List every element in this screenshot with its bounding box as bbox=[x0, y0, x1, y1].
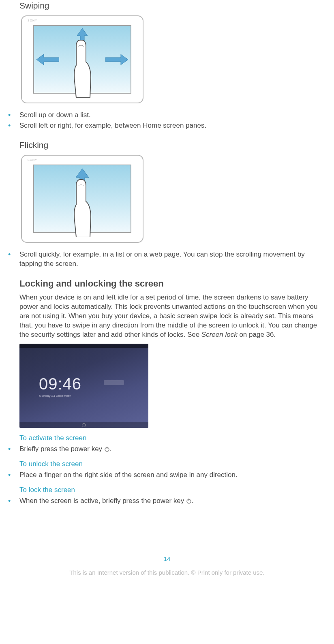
lock-clock-time: 09:46 bbox=[39, 373, 81, 395]
activate-heading: To activate the screen bbox=[19, 434, 326, 443]
flicking-illustration: SONY bbox=[19, 153, 326, 244]
bullet-text-post: . bbox=[110, 445, 112, 453]
swiping-bullet-2: • Scroll left or right, for example, bet… bbox=[8, 121, 326, 131]
finger-icon bbox=[72, 176, 92, 237]
bullet-text: Place a finger on the right side of the … bbox=[19, 471, 326, 480]
tablet-brand-label: SONY bbox=[28, 19, 37, 22]
flicking-bullet-1: • Scroll quickly, for example, in a list… bbox=[8, 250, 326, 269]
bullet-icon: • bbox=[8, 121, 19, 131]
arrow-left-icon bbox=[36, 54, 59, 65]
flicking-heading: Flicking bbox=[19, 139, 326, 151]
tablet-brand-label: SONY bbox=[28, 158, 37, 162]
swiping-heading: Swiping bbox=[19, 0, 326, 11]
unlock-bullet: • Place a finger on the right side of th… bbox=[8, 471, 326, 480]
bullet-text-post: . bbox=[192, 497, 194, 505]
lock-bullet: • When the screen is active, briefly pre… bbox=[8, 496, 326, 506]
bullet-text: Scroll left or right, for example, betwe… bbox=[19, 121, 326, 131]
bullet-icon: • bbox=[8, 111, 19, 120]
bullet-text: Briefly press the power key . bbox=[19, 445, 326, 454]
bullet-text: When the screen is active, briefly press… bbox=[19, 496, 326, 506]
bullet-text-pre: Briefly press the power key bbox=[19, 445, 104, 453]
activate-bullet: • Briefly press the power key . bbox=[8, 445, 326, 454]
finger-icon bbox=[72, 37, 92, 98]
power-icon bbox=[104, 446, 110, 452]
unlock-heading: To unlock the screen bbox=[19, 460, 326, 469]
bullet-icon: • bbox=[8, 445, 19, 454]
bullet-text-pre: When the screen is active, briefly press… bbox=[19, 497, 186, 505]
bullet-icon: • bbox=[8, 471, 19, 480]
bullet-text: Scroll up or down a list. bbox=[19, 111, 326, 120]
arrow-right-icon bbox=[105, 54, 128, 65]
paragraph-text: on page 36. bbox=[238, 331, 276, 338]
screen-lock-reference: Screen lock bbox=[201, 331, 238, 338]
swiping-illustration: SONY bbox=[19, 14, 326, 105]
camera-icon bbox=[82, 423, 86, 427]
bullet-icon: • bbox=[8, 496, 19, 506]
locking-heading: Locking and unlocking the screen bbox=[19, 278, 326, 290]
page-number: 14 bbox=[8, 555, 326, 563]
locking-paragraph: When your device is on and left idle for… bbox=[19, 293, 326, 340]
bullet-text: Scroll quickly, for example, in a list o… bbox=[19, 250, 326, 269]
lock-heading: To lock the screen bbox=[19, 486, 326, 495]
lock-screen-image: 09:46 Monday 23 December bbox=[19, 344, 326, 428]
footer-disclaimer: This is an Internet version of this publ… bbox=[8, 569, 326, 577]
bullet-icon: • bbox=[8, 250, 19, 259]
power-icon bbox=[186, 498, 192, 504]
swiping-bullet-1: • Scroll up or down a list. bbox=[8, 111, 326, 120]
